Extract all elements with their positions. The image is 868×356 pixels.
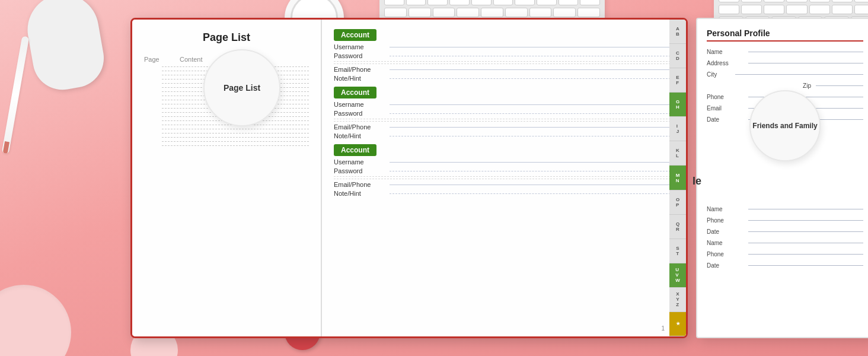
username-label-3: Username <box>334 158 387 166</box>
page-number: 1 <box>661 325 665 332</box>
friend-date-line-1 <box>748 231 863 232</box>
profile-phone-label: Phone <box>707 94 748 100</box>
username-line-3 <box>390 162 676 163</box>
alpha-tab-gh[interactable]: GH <box>669 93 686 117</box>
left-line <box>142 137 311 138</box>
note-line-2 <box>390 136 676 136</box>
username-label-2: Username <box>334 101 387 108</box>
email-row-3: Email/Phone <box>334 181 676 188</box>
friend-phone-row-1: Phone <box>707 217 863 224</box>
alpha-tab-ij[interactable]: IJ <box>669 117 686 141</box>
friend-date-line-2 <box>748 265 863 266</box>
email-label-1: Email/Phone <box>334 66 387 73</box>
alpha-tab-star[interactable]: ★ <box>669 312 686 336</box>
friend-name-line-2 <box>748 243 863 243</box>
friend-date-row-2: Date <box>707 262 863 269</box>
account-label-1: Account <box>334 29 376 41</box>
email-row-1: Email/Phone <box>334 66 676 73</box>
password-row-1: Password <box>334 52 676 59</box>
left-line <box>142 125 311 125</box>
profile-date-label: Date <box>707 116 748 123</box>
right-panel: Personal Profile Name Address City Zip P… <box>696 18 868 338</box>
note-line-1 <box>390 78 676 79</box>
profile-address-row: Address <box>707 60 863 66</box>
city-state-row: City <box>707 71 863 78</box>
friend-name-row-2: Name <box>707 240 863 246</box>
alpha-tab-cd[interactable]: CD <box>669 44 686 68</box>
note-row-3: Note/Hint <box>334 190 676 197</box>
alpha-tab-ab[interactable]: AB <box>669 20 686 44</box>
alphabet-tabs[interactable]: AB CD EF GH IJ KL MN OP QR ST UVW XYZ ★ <box>669 20 686 336</box>
alpha-tab-xyz[interactable]: XYZ <box>669 288 686 312</box>
friend-phone-line-1 <box>748 220 863 221</box>
username-label-1: Username <box>334 43 387 50</box>
zip-line <box>816 85 863 86</box>
friend-name-line-1 <box>748 209 863 209</box>
profile-city-line <box>735 74 863 75</box>
zip-row: Zip <box>707 82 863 89</box>
alpha-tab-ef[interactable]: EF <box>669 68 686 93</box>
alpha-tab-mn[interactable]: MN <box>669 166 686 190</box>
password-label-3: Password <box>334 167 387 174</box>
profile-name-label: Name <box>707 49 748 55</box>
profile-name-row: Name <box>707 49 863 55</box>
username-line-1 <box>390 47 676 47</box>
profile-city-label: City <box>707 71 730 78</box>
friend-phone-label-2: Phone <box>707 251 748 258</box>
email-label-3: Email/Phone <box>334 181 387 188</box>
account-label-2: Account <box>334 87 376 98</box>
password-row-2: Password <box>334 110 676 117</box>
spacer-5 <box>334 176 676 177</box>
page-list-popup: Page List <box>203 49 280 126</box>
account-section-3: Account Username Password Email/Phone No… <box>334 144 676 197</box>
password-line-2 <box>390 113 676 114</box>
friend-phone-line-2 <box>748 254 863 255</box>
spacer-4 <box>334 121 676 122</box>
left-page: Page List Page Content Page List <box>132 20 322 336</box>
profile-name-line <box>748 52 863 52</box>
alpha-tab-uvw[interactable]: UVW <box>669 263 686 288</box>
left-line <box>142 133 311 134</box>
note-row-2: Note/Hint <box>334 132 676 139</box>
left-line <box>142 129 311 129</box>
note-line-3 <box>390 193 676 194</box>
alpha-tab-op[interactable]: OP <box>669 190 686 215</box>
zip-label: Zip <box>803 82 811 89</box>
alpha-tab-kl[interactable]: KL <box>669 141 686 166</box>
left-line <box>142 141 311 142</box>
left-page-title: Page List <box>142 31 311 44</box>
friend-date-label-2: Date <box>707 262 748 269</box>
profile-address-label: Address <box>707 60 748 66</box>
username-row-1: Username <box>334 43 676 50</box>
note-label-2: Note/Hint <box>334 132 387 139</box>
friend-date-label-1: Date <box>707 228 748 235</box>
spacer-2 <box>334 63 676 64</box>
friends-section: Name Phone Date Name Phone Date <box>707 206 863 269</box>
email-line-3 <box>390 185 676 185</box>
username-row-3: Username <box>334 158 676 166</box>
ie-text: Ie <box>693 175 701 187</box>
note-label-3: Note/Hint <box>334 190 387 197</box>
password-label-2: Password <box>334 110 387 117</box>
email-line-1 <box>390 69 676 70</box>
page-col-header: Page <box>144 56 180 63</box>
email-line-2 <box>390 127 676 128</box>
spacer-3 <box>334 119 676 119</box>
friend-date-row-1: Date <box>707 228 863 235</box>
password-label-1: Password <box>334 52 387 59</box>
friend-name-label-2: Name <box>707 240 748 246</box>
note-row-1: Note/Hint <box>334 75 676 82</box>
account-label-3: Account <box>334 144 376 156</box>
account-section-1: Account Username Password Email/Phone No… <box>334 29 676 82</box>
friend-name-row-1: Name <box>707 206 863 212</box>
password-line-1 <box>390 56 676 56</box>
friend-phone-row-2: Phone <box>707 251 863 258</box>
account-section-2: Account Username Password Email/Phone No… <box>334 87 676 139</box>
left-line <box>142 145 311 146</box>
notebook: Page List Page Content Page List <box>130 18 688 338</box>
alpha-tab-qr[interactable]: QR <box>669 215 686 239</box>
spacer-6 <box>334 179 676 179</box>
alpha-tab-st[interactable]: ST <box>669 239 686 263</box>
friends-family-popup: Friends and Family <box>749 90 821 161</box>
friend-phone-label-1: Phone <box>707 217 748 224</box>
